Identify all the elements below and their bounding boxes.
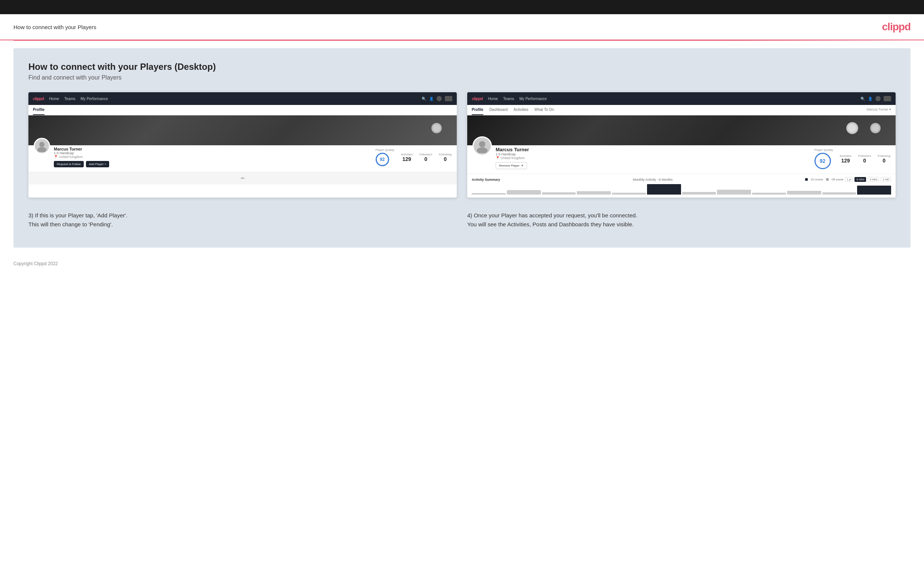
time-btn-6mths[interactable]: 6 mths — [855, 177, 866, 182]
right-user-icon[interactable]: 👤 — [868, 97, 872, 101]
left-tabs: Profile — [28, 105, 457, 115]
tab-profile-left[interactable]: Profile — [33, 105, 44, 115]
tab-activities[interactable]: Activities — [514, 105, 528, 115]
left-quality-item: Player Quality 92 — [376, 148, 394, 166]
left-quality-label: Player Quality — [376, 148, 394, 152]
request-follow-button[interactable]: Request to Follow — [54, 161, 84, 167]
content-title: How to connect with your Players (Deskto… — [28, 61, 896, 72]
left-player-name: Marcus Turner — [54, 147, 109, 151]
description-left: 3) If this is your Player tap, 'Add Play… — [28, 211, 457, 229]
left-stat-activities-label: Activities — [401, 153, 413, 156]
right-tabs: Profile Dashboard Activities What To On … — [467, 105, 896, 115]
right-quality-label: Player Quality — [814, 148, 833, 152]
bar-3 — [542, 192, 576, 195]
right-player-name: Marcus Turner — [496, 147, 529, 152]
settings-icon[interactable] — [436, 96, 442, 101]
svg-point-0 — [39, 142, 44, 147]
activity-legend: On course Off course — [805, 178, 843, 181]
copyright-text: Copyright Clippd 2022 — [13, 261, 58, 266]
left-profile-info: Marcus Turner 1-5 Handicap 📍 United King… — [54, 145, 109, 167]
descriptions-row: 3) If this is your Player tap, 'Add Play… — [28, 211, 896, 229]
left-stat-activities-value: 129 — [401, 156, 413, 162]
right-tab-username[interactable]: Marcus Turner ▾ — [866, 105, 891, 115]
right-stat-activities-value: 129 — [840, 158, 851, 164]
activity-summary: Activity Summary Monthly Activity · 6 Mo… — [467, 174, 896, 198]
svg-point-3 — [477, 148, 488, 153]
description-right-text: 4) Once your Player has accepted your re… — [467, 211, 896, 229]
main-content: How to connect with your Players (Deskto… — [13, 48, 911, 248]
bar-2 — [507, 190, 541, 195]
right-stat-following: Following 0 — [878, 154, 890, 164]
golf-banner-left — [28, 115, 457, 145]
right-settings-icon[interactable] — [876, 96, 880, 101]
offcourse-legend-label: Off course — [832, 178, 844, 181]
page-title: How to connect with your Players — [13, 24, 97, 30]
bar-6 — [647, 184, 681, 195]
description-left-text: 3) If this is your Player tap, 'Add Play… — [28, 211, 457, 229]
left-stat-followers-value: 0 — [419, 156, 432, 162]
bar-9 — [752, 193, 786, 195]
golf-banner-right — [467, 115, 896, 145]
right-search-icon[interactable]: 🔍 — [861, 97, 865, 101]
screenshot-panel-right: clippd Home Teams My Performance 🔍 👤 Pro… — [467, 92, 896, 198]
oncourse-legend-label: On course — [811, 178, 823, 181]
right-nav-teams[interactable]: Teams — [503, 97, 514, 101]
time-btn-3mths[interactable]: 3 mths — [867, 177, 879, 182]
right-nav-logo: clippd — [472, 96, 483, 101]
bar-10 — [787, 191, 821, 195]
top-decorative-bar — [0, 0, 924, 14]
add-player-button[interactable]: Add Player + — [86, 161, 109, 167]
right-quality-item: Player Quality 92 — [814, 148, 833, 169]
svg-point-2 — [479, 141, 486, 148]
user-icon[interactable]: 👤 — [429, 97, 434, 101]
content-subtitle: Find and connect with your Players — [28, 74, 896, 81]
search-icon[interactable]: 🔍 — [422, 97, 426, 101]
left-player-handicap: 1-5 Handicap — [54, 151, 109, 155]
right-stat-following-value: 0 — [878, 158, 890, 164]
left-stat-followers-label: Followers — [419, 153, 432, 156]
right-stat-followers-label: Followers — [858, 154, 871, 158]
tab-profile-right[interactable]: Profile — [472, 105, 483, 115]
bar-1 — [472, 193, 506, 195]
left-stat-followers: Followers 0 — [419, 153, 432, 162]
svg-point-1 — [37, 147, 46, 152]
bar-7 — [682, 192, 716, 195]
tab-dashboard[interactable]: Dashboard — [489, 105, 507, 115]
right-nav-performance[interactable]: My Performance — [520, 97, 547, 101]
right-stat-activities: Activities 129 — [840, 154, 851, 164]
locale-icon[interactable] — [445, 96, 452, 101]
left-quality-circle: 92 — [376, 153, 389, 166]
right-stat-activities-label: Activities — [840, 154, 851, 158]
tab-what-to-on[interactable]: What To On — [535, 105, 554, 115]
scroll-icon: ✒ — [240, 175, 245, 182]
activity-period: Monthly Activity · 6 Months — [633, 178, 673, 182]
left-nav-performance[interactable]: My Performance — [81, 97, 108, 101]
right-profile-buttons: Remove Player ✕ — [496, 162, 529, 169]
right-locale-icon[interactable] — [884, 96, 891, 101]
bar-12 — [857, 185, 891, 195]
right-stat-followers: Followers 0 — [858, 154, 871, 164]
time-btn-1yr[interactable]: 1 yr — [845, 177, 853, 182]
right-profile-info: Marcus Turner 1-5 Handicap 📍 United King… — [496, 145, 529, 169]
left-profile-buttons: Request to Follow Add Player + — [54, 161, 109, 167]
right-stats-row: Player Quality 92 Activities 129 Followe… — [814, 145, 890, 169]
remove-player-label: Remove Player — [499, 164, 520, 167]
time-btn-1mth[interactable]: 1 mth — [880, 177, 891, 182]
left-nav-icons: 🔍 👤 — [422, 96, 452, 101]
bar-8 — [717, 190, 751, 195]
description-right: 4) Once your Player has accepted your re… — [467, 211, 896, 229]
right-nav-home[interactable]: Home — [488, 97, 498, 101]
remove-player-x-icon: ✕ — [521, 164, 524, 167]
left-stats-row: Player Quality 92 Activities 129 Followe… — [376, 145, 452, 166]
page-header: How to connect with your Players clippd — [0, 14, 924, 40]
right-quality-circle: 92 — [814, 153, 831, 169]
right-stat-followers-value: 0 — [858, 158, 871, 164]
left-nav-teams[interactable]: Teams — [64, 97, 75, 101]
right-player-location: 📍 United Kingdom — [496, 156, 529, 160]
golf-ball — [846, 122, 858, 134]
left-scroll-hint: ✒ — [28, 172, 457, 184]
right-player-handicap: 1-5 Handicap — [496, 152, 529, 156]
left-nav-home[interactable]: Home — [49, 97, 59, 101]
remove-player-button[interactable]: Remove Player ✕ — [496, 162, 527, 169]
clippd-logo: clippd — [882, 21, 911, 33]
